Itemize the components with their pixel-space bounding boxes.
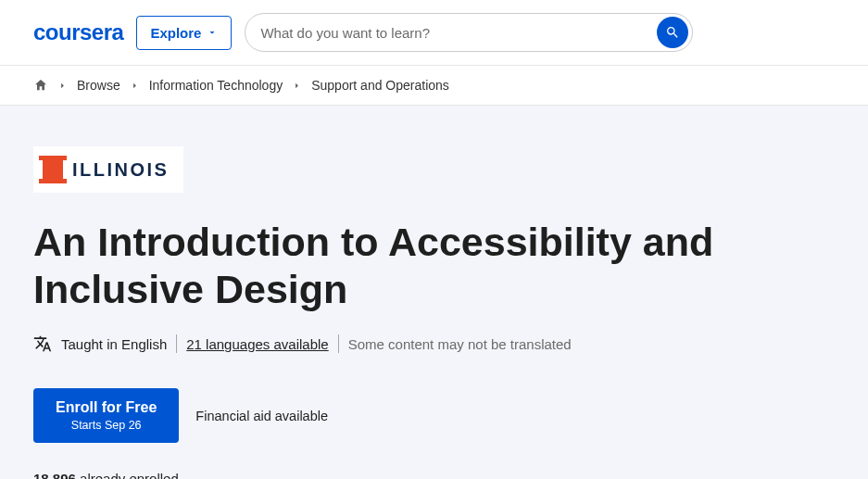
breadcrumb-support[interactable]: Support and Operations [311, 78, 449, 93]
breadcrumb: Browse Information Technology Support an… [0, 66, 868, 106]
search-input[interactable] [260, 18, 657, 48]
enroll-button[interactable]: Enroll for Free Starts Sep 26 [33, 388, 179, 443]
coursera-logo[interactable]: coursera [33, 19, 123, 45]
divider [176, 334, 177, 353]
partner-name: ILLINOIS [72, 159, 169, 181]
chevron-down-icon [207, 27, 218, 38]
translate-icon [33, 334, 52, 353]
explore-button[interactable]: Explore [136, 16, 232, 50]
hero-section: ILLINOIS An Introduction to Accessibilit… [0, 106, 868, 479]
chevron-right-icon [57, 81, 68, 91]
search-button[interactable] [657, 17, 688, 48]
partner-logo[interactable]: ILLINOIS [33, 146, 183, 193]
enroll-sublabel: Starts Sep 26 [56, 419, 157, 432]
search-icon [665, 25, 680, 40]
chevron-right-icon [292, 81, 302, 91]
enrolled-suffix: already enrolled [76, 471, 179, 479]
enroll-label: Enroll for Free [56, 399, 157, 416]
breadcrumb-it[interactable]: Information Technology [149, 78, 283, 93]
taught-in-label: Taught in English [61, 336, 167, 352]
financial-aid-link[interactable]: Financial aid available [195, 409, 328, 423]
enrolled-count: 18,896 already enrolled [33, 471, 835, 479]
translation-note: Some content may not be translated [348, 336, 572, 352]
illinois-block-i-icon [43, 156, 63, 183]
course-title: An Introduction to Accessibility and Inc… [33, 219, 756, 312]
breadcrumb-browse[interactable]: Browse [77, 78, 120, 93]
search-bar [245, 13, 693, 52]
languages-available-link[interactable]: 21 languages available [186, 336, 328, 352]
top-bar: coursera Explore [0, 0, 868, 66]
enrolled-number: 18,896 [33, 471, 76, 479]
divider [338, 334, 339, 353]
chevron-right-icon [130, 81, 140, 91]
home-icon[interactable] [33, 78, 48, 93]
enroll-row: Enroll for Free Starts Sep 26 Financial … [33, 388, 835, 443]
explore-label: Explore [150, 25, 201, 41]
language-row: Taught in English 21 languages available… [33, 334, 835, 353]
